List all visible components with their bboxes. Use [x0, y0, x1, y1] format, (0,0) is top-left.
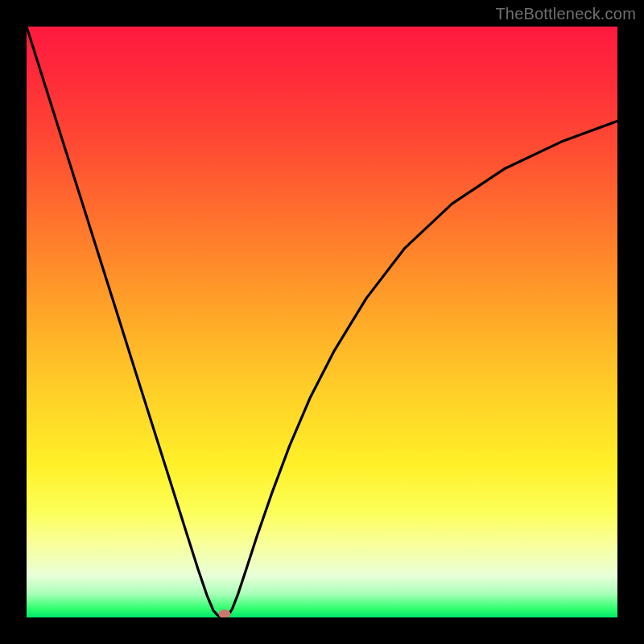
- plot-area: [27, 27, 617, 617]
- bottleneck-curve: [27, 27, 617, 617]
- curve-layer: [27, 27, 617, 617]
- minimum-marker: [218, 609, 230, 617]
- chart-frame: TheBottleneck.com: [0, 0, 644, 644]
- watermark-label: TheBottleneck.com: [495, 5, 636, 23]
